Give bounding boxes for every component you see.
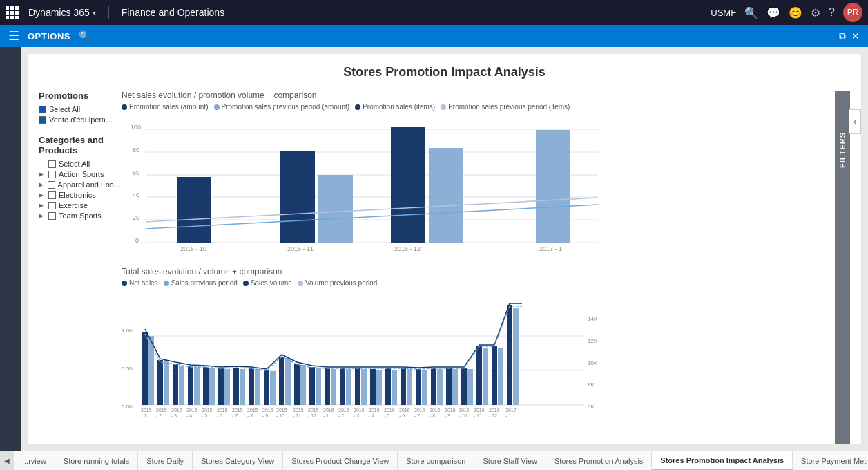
expand-icon[interactable]: ▶ <box>39 191 46 198</box>
tab-store-daily[interactable]: Store Daily <box>138 451 193 470</box>
svg-rect-62 <box>407 369 412 405</box>
svg-rect-33 <box>188 366 193 405</box>
promotions-filter-section: Promotions Select All Vente d'équipement… <box>39 91 122 124</box>
svg-rect-58 <box>376 370 382 405</box>
svg-text:0: 0 <box>135 237 139 244</box>
company-selector[interactable]: USMF <box>711 8 736 18</box>
categories-electronics[interactable]: ▶ Electronics <box>39 191 122 199</box>
team-sports-checkbox[interactable] <box>48 212 56 220</box>
legend-label-volume-prev: Volume previous period <box>305 279 378 287</box>
svg-text:- 8: - 8 <box>430 413 435 418</box>
bottom-tab-bar: ◀ ...rview Store running totals Store Da… <box>0 451 868 470</box>
promotions-filter-title: Promotions <box>39 91 122 101</box>
tab-rview-label: ...rview <box>22 457 46 465</box>
electronics-checkbox[interactable] <box>48 191 56 199</box>
categories-select-all-checkbox[interactable] <box>48 160 56 168</box>
tab-stores-promotion-analysis-label: Stores Promotion Analysis <box>554 457 643 465</box>
chart2-legend: Net sales Sales previous period Sales vo… <box>122 279 835 287</box>
tab-stores-promotion-impact-analysis[interactable]: Stores Promotion Impact Analysis <box>652 451 793 470</box>
tab-store-running-totals[interactable]: Store running totals <box>55 451 138 470</box>
user-avatar[interactable]: PR <box>843 3 862 22</box>
app-chevron-icon: ▾ <box>93 9 96 17</box>
svg-rect-68 <box>452 369 458 405</box>
tab-scroll-left-button[interactable]: ◀ <box>0 451 14 470</box>
filters-label[interactable]: FILTERS <box>838 132 847 168</box>
promotions-item-1[interactable]: Vente d'équipements de football pour la … <box>39 115 122 124</box>
tab-store-staff-view[interactable]: Store Staff View <box>474 451 546 470</box>
svg-rect-67 <box>446 368 452 405</box>
promotions-select-all[interactable]: Select All <box>39 105 122 113</box>
chart1-title: Net sales evolution / promotion volume +… <box>122 91 835 100</box>
expand-icon[interactable]: ▶ <box>39 202 46 209</box>
svg-text:- 7: - 7 <box>232 413 238 418</box>
categories-select-all[interactable]: Select All <box>39 160 122 168</box>
tab-stores-promotion-analysis[interactable]: Stores Promotion Analysis <box>546 451 652 470</box>
top-navigation-bar: Dynamics 365 ▾ Finance and Operations US… <box>0 0 868 25</box>
legend-promo-prev-items: Promotion sales previous period (items) <box>441 103 570 111</box>
svg-text:2015: 2015 <box>186 408 197 413</box>
messages-icon[interactable]: 💬 <box>766 6 780 19</box>
apparel-checkbox[interactable] <box>48 181 55 189</box>
svg-text:2017 - 1: 2017 - 1 <box>539 245 562 252</box>
svg-rect-72 <box>483 348 488 405</box>
categories-exercise[interactable]: ▶ Exercise <box>39 201 122 209</box>
categories-team-sports[interactable]: ▶ Team Sports <box>39 212 122 220</box>
action-sports-label: Action Sports <box>59 170 104 178</box>
legend-sales-volume: Sales volume <box>243 279 292 287</box>
svg-text:- 11: - 11 <box>293 413 301 418</box>
svg-text:2016: 2016 <box>323 408 334 413</box>
hamburger-menu-icon[interactable]: ☰ <box>8 28 19 44</box>
maximize-icon[interactable]: ⧉ <box>839 30 846 42</box>
action-sports-checkbox[interactable] <box>48 171 56 178</box>
exercise-checkbox[interactable] <box>48 202 56 209</box>
legend-dot-volume-prev <box>298 281 303 286</box>
svg-text:- 10: - 10 <box>276 413 284 418</box>
help-icon[interactable]: ? <box>829 6 835 19</box>
bar-2016-12-light <box>429 148 463 243</box>
svg-text:2016: 2016 <box>354 408 365 413</box>
tab-stores-product-change-view[interactable]: Stores Product Change View <box>283 451 398 470</box>
expand-icon[interactable]: ▶ <box>39 212 46 219</box>
svg-rect-53 <box>340 368 345 405</box>
svg-text:40: 40 <box>133 191 139 198</box>
categories-apparel[interactable]: ▶ Apparel and Footwear <box>39 180 122 189</box>
svg-text:0.5M: 0.5M <box>122 366 134 372</box>
categories-action-sports[interactable]: ▶ Action Sports <box>39 170 122 178</box>
bar-2016-11-light <box>318 175 353 243</box>
svg-text:2016: 2016 <box>445 408 456 413</box>
svg-text:14K: 14K <box>588 316 598 322</box>
tab-stores-category-view[interactable]: Stores Category View <box>193 451 283 470</box>
legend-promo-items: Promotion sales (items) <box>355 103 435 111</box>
legend-dot-sales-volume <box>243 281 249 286</box>
close-icon[interactable]: ✕ <box>851 30 860 41</box>
options-search-icon[interactable]: 🔍 <box>79 30 90 41</box>
emoji-icon[interactable]: 😊 <box>789 6 802 19</box>
app-name[interactable]: Dynamics 365 ▾ <box>28 7 96 18</box>
charts-area: Net sales evolution / promotion volume +… <box>122 91 835 444</box>
svg-text:100: 100 <box>131 124 141 131</box>
promotions-select-all-label: Select All <box>49 105 80 113</box>
promotions-item-1-checkbox[interactable] <box>39 116 46 124</box>
svg-rect-47 <box>294 364 300 405</box>
settings-icon[interactable]: ⚙ <box>811 6 820 19</box>
right-filters-panel[interactable]: ‹ FILTERS <box>835 91 850 444</box>
svg-text:2017: 2017 <box>505 408 517 413</box>
svg-rect-35 <box>203 367 209 405</box>
svg-rect-44 <box>270 371 276 405</box>
team-sports-label: Team Sports <box>59 212 102 220</box>
svg-text:- 2: - 2 <box>338 413 344 418</box>
tab-rview[interactable]: ...rview <box>14 451 55 470</box>
expand-icon[interactable]: ▶ <box>39 181 45 188</box>
svg-rect-54 <box>346 369 351 405</box>
tab-store-comparison[interactable]: Store comparison <box>398 451 474 470</box>
expand-icon[interactable]: ▶ <box>39 171 46 178</box>
svg-text:- 3: - 3 <box>171 413 177 418</box>
tab-store-payment-method[interactable]: Store Payment Method <box>793 451 868 470</box>
svg-rect-76 <box>513 308 519 405</box>
svg-rect-75 <box>507 305 512 405</box>
legend-dot-promo-prev-amount <box>214 104 220 110</box>
filters-chevron-icon[interactable]: ‹ <box>849 109 861 134</box>
waffle-menu-icon[interactable] <box>6 6 19 19</box>
promotions-select-all-checkbox[interactable] <box>39 106 46 113</box>
search-icon[interactable]: 🔍 <box>744 6 758 19</box>
